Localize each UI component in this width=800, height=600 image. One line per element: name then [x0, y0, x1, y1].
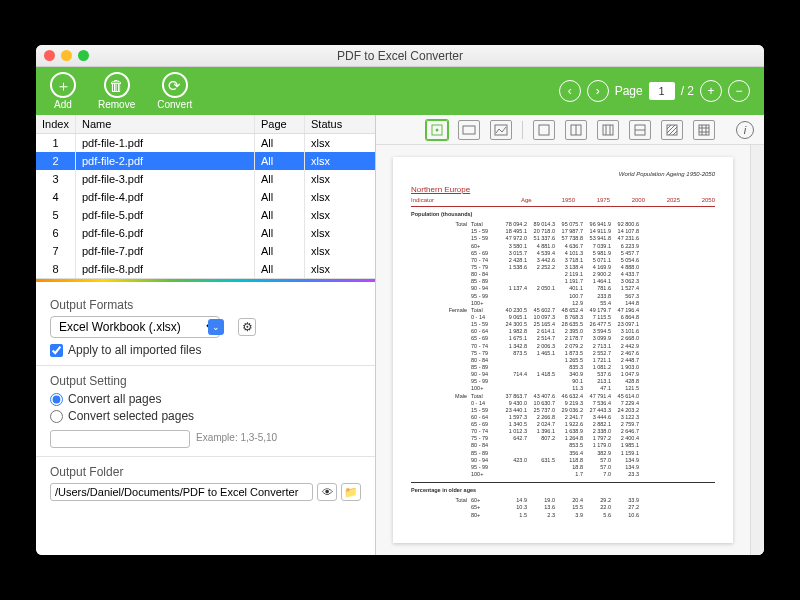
- zoom-out-button[interactable]: −: [728, 80, 750, 102]
- table-row[interactable]: 5pdf-file-5.pdfAllxlsx: [36, 206, 375, 224]
- svg-rect-4: [539, 125, 549, 135]
- output-formats-label: Output Formats: [50, 298, 361, 312]
- col-status: Status: [305, 115, 375, 133]
- next-page-button[interactable]: ›: [587, 80, 609, 102]
- apply-all-checkbox[interactable]: Apply to all imported files: [50, 343, 361, 357]
- svg-rect-12: [667, 125, 677, 135]
- trash-icon: 🗑: [104, 72, 130, 98]
- svg-rect-3: [495, 125, 507, 135]
- page-range-input[interactable]: [50, 430, 190, 448]
- table-row[interactable]: 8pdf-file-8.pdfAllxlsx: [36, 260, 375, 278]
- col-index: Index: [36, 115, 76, 133]
- mode-column-2[interactable]: [565, 120, 587, 140]
- mode-hatch[interactable]: [661, 120, 683, 140]
- mode-grid[interactable]: [693, 120, 715, 140]
- convert-all-pages-radio[interactable]: Convert all pages: [50, 392, 361, 406]
- remove-label: Remove: [98, 99, 135, 110]
- output-folder-input[interactable]: [50, 483, 313, 501]
- preview-scrollbar[interactable]: [750, 145, 764, 555]
- info-button[interactable]: i: [736, 121, 754, 139]
- eye-icon: 👁: [322, 486, 333, 498]
- svg-rect-7: [603, 125, 613, 135]
- table-row[interactable]: 1pdf-file-1.pdfAllxlsx: [36, 134, 375, 152]
- convert-label: Convert: [157, 99, 192, 110]
- mode-column-3[interactable]: [597, 120, 619, 140]
- doc-header: World Population Ageing 1950-2050: [411, 171, 715, 179]
- table-row[interactable]: 6pdf-file-6.pdfAllxlsx: [36, 224, 375, 242]
- folder-icon: 📁: [344, 486, 358, 499]
- page-total: / 2: [681, 84, 694, 98]
- add-label: Add: [54, 99, 72, 110]
- page-number-input[interactable]: [649, 82, 675, 100]
- convert-selected-pages-radio[interactable]: Convert selected pages: [50, 409, 361, 423]
- preview-pane[interactable]: World Population Ageing 1950-2050 Northe…: [376, 145, 750, 555]
- prev-page-button[interactable]: ‹: [559, 80, 581, 102]
- mode-image[interactable]: [490, 120, 512, 140]
- col-name: Name: [76, 115, 255, 133]
- zoom-in-button[interactable]: +: [700, 80, 722, 102]
- output-setting-label: Output Setting: [50, 374, 361, 388]
- page-controls: ‹ › Page / 2 + −: [559, 80, 750, 102]
- mode-detect-tables[interactable]: [426, 120, 448, 140]
- page-range-example: Example: 1,3-5,10: [196, 432, 277, 443]
- window-title: PDF to Excel Converter: [36, 49, 764, 63]
- page-label: Page: [615, 84, 643, 98]
- browse-folder-button[interactable]: 📁: [341, 483, 361, 501]
- mode-row-split[interactable]: [629, 120, 651, 140]
- svg-rect-13: [699, 125, 709, 135]
- col-page: Page: [255, 115, 305, 133]
- table-row[interactable]: 2pdf-file-2.pdfAllxlsx: [36, 152, 375, 170]
- section-population: Population (thousands): [411, 211, 715, 218]
- table-row[interactable]: 4pdf-file-4.pdfAllxlsx: [36, 188, 375, 206]
- reveal-folder-button[interactable]: 👁: [317, 483, 337, 501]
- table-row[interactable]: 3pdf-file-3.pdfAllxlsx: [36, 170, 375, 188]
- main-toolbar: ＋ Add 🗑 Remove ⟳ Convert ‹ › Page / 2 + …: [36, 67, 764, 115]
- output-folder-label: Output Folder: [50, 465, 361, 479]
- titlebar: PDF to Excel Converter: [36, 45, 764, 67]
- convert-button[interactable]: ⟳ Convert: [157, 72, 192, 110]
- pdf-page: World Population Ageing 1950-2050 Northe…: [393, 157, 733, 543]
- format-settings-button[interactable]: ⚙: [238, 318, 256, 336]
- svg-point-1: [435, 128, 438, 131]
- mode-column-1[interactable]: [533, 120, 555, 140]
- plus-icon: ＋: [50, 72, 76, 98]
- table-header: Index Name Page Status: [36, 115, 375, 134]
- section-percentage: Percentage in older ages: [411, 487, 715, 494]
- add-button[interactable]: ＋ Add: [50, 72, 76, 110]
- remove-button[interactable]: 🗑 Remove: [98, 72, 135, 110]
- extraction-mode-bar: i: [376, 115, 764, 145]
- svg-rect-2: [463, 126, 475, 134]
- indicator-header-row: Indicator Age 19501975200020252050: [411, 197, 715, 207]
- region-title: Northern Europe: [411, 185, 715, 195]
- mode-merge-cells[interactable]: [458, 120, 480, 140]
- table-row[interactable]: 7pdf-file-7.pdfAllxlsx: [36, 242, 375, 260]
- output-format-select[interactable]: Excel Workbook (.xlsx): [50, 316, 220, 338]
- refresh-icon: ⟳: [162, 72, 188, 98]
- file-table: Index Name Page Status 1pdf-file-1.pdfAl…: [36, 115, 375, 279]
- gear-icon: ⚙: [242, 320, 253, 334]
